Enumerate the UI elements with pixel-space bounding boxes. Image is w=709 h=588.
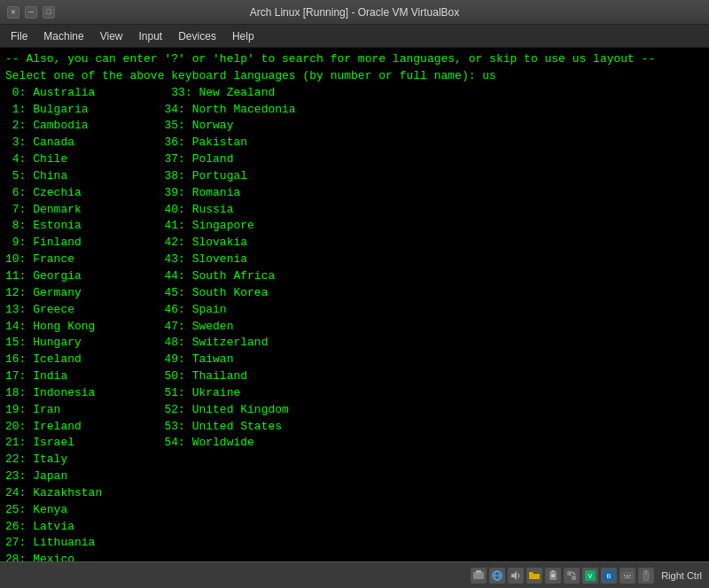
drag-icon[interactable] bbox=[564, 568, 580, 584]
svg-rect-0 bbox=[473, 572, 484, 579]
shared-folders-icon[interactable] bbox=[526, 568, 542, 584]
svg-marker-5 bbox=[511, 571, 517, 580]
svg-rect-17 bbox=[624, 575, 626, 576]
mouse-icon[interactable] bbox=[638, 568, 654, 584]
menu-machine[interactable]: Machine bbox=[36, 27, 90, 45]
menu-input[interactable]: Input bbox=[132, 27, 170, 45]
svg-rect-20 bbox=[625, 576, 630, 577]
svg-rect-7 bbox=[551, 570, 555, 572]
status-bar: V B Right Ctrl bbox=[0, 561, 709, 588]
menu-bar: File Machine View Input Devices Help bbox=[0, 25, 709, 48]
terminal-output: -- Also, you can enter '?' or 'help' to … bbox=[5, 51, 704, 561]
menu-devices[interactable]: Devices bbox=[171, 27, 223, 45]
window-title: Arch Linux [Running] - Oracle VM Virtual… bbox=[250, 6, 460, 19]
usb-icon[interactable] bbox=[471, 568, 487, 584]
network-icon[interactable] bbox=[489, 568, 505, 584]
window-controls[interactable]: ✕ ─ □ bbox=[7, 6, 55, 19]
menu-file[interactable]: File bbox=[4, 27, 35, 45]
terminal-screen[interactable]: -- Also, you can enter '?' or 'help' to … bbox=[0, 48, 709, 561]
svg-rect-1 bbox=[476, 570, 481, 573]
close-button[interactable]: ✕ bbox=[7, 6, 19, 19]
svg-rect-11 bbox=[572, 576, 576, 580]
menu-view[interactable]: View bbox=[93, 27, 130, 45]
svg-rect-18 bbox=[627, 575, 628, 576]
title-bar: ✕ ─ □ Arch Linux [Running] - Oracle VM V… bbox=[0, 0, 709, 25]
status-icons-group: V B bbox=[471, 568, 654, 584]
vbox-icon1[interactable]: V bbox=[582, 568, 598, 584]
svg-text:B: B bbox=[607, 572, 612, 580]
svg-text:V: V bbox=[588, 572, 593, 580]
vbox-icon2[interactable]: B bbox=[601, 568, 617, 584]
minimize-button[interactable]: ─ bbox=[25, 6, 37, 19]
right-ctrl-label: Right Ctrl bbox=[661, 570, 702, 581]
clipboard-icon[interactable] bbox=[545, 568, 561, 584]
sound-icon[interactable] bbox=[508, 568, 524, 584]
svg-rect-10 bbox=[567, 571, 572, 576]
maximize-button[interactable]: □ bbox=[43, 6, 55, 19]
keyboard-icon[interactable] bbox=[619, 568, 635, 584]
svg-rect-19 bbox=[629, 575, 631, 576]
menu-help[interactable]: Help bbox=[225, 27, 261, 45]
svg-rect-6 bbox=[549, 571, 557, 580]
